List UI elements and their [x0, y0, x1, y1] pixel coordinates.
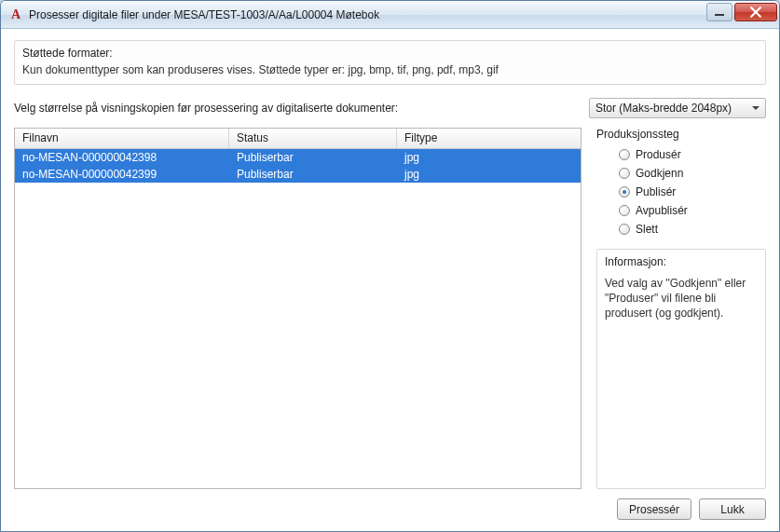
cell-filnavn: no-MESAN-000000042399 — [15, 167, 229, 182]
production-steps-title: Produksjonssteg — [596, 128, 766, 141]
col-filtype-header[interactable]: Filtype — [397, 129, 581, 148]
table-row[interactable]: no-MESAN-000000042399Publiserbarjpg — [15, 166, 581, 183]
radio-label: Produsér — [636, 148, 681, 161]
size-dropdown[interactable]: Stor (Maks-bredde 2048px) — [589, 98, 766, 118]
main-row: Filnavn Status Filtype no-MESAN-00000004… — [14, 128, 766, 489]
col-filnavn-header[interactable]: Filnavn — [15, 129, 229, 148]
close-dialog-button[interactable]: Lukk — [699, 498, 766, 520]
information-box: Informasjon: Ved valg av "Godkjenn" elle… — [596, 249, 766, 489]
radio-item[interactable]: Godkjenn — [619, 167, 766, 180]
production-steps-box: Produksjonssteg ProdusérGodkjennPublisér… — [596, 128, 766, 236]
chevron-down-icon — [752, 106, 759, 110]
window-title: Prosesser digitale filer under MESA/TEST… — [29, 8, 706, 21]
dialog-window: A Prosesser digitale filer under MESA/TE… — [0, 0, 780, 532]
table-row[interactable]: no-MESAN-000000042398Publiserbarjpg — [15, 149, 581, 166]
cell-status: Publiserbar — [229, 150, 397, 165]
radio-label: Godkjenn — [636, 167, 683, 180]
radio-item[interactable]: Produsér — [619, 148, 766, 161]
radio-icon — [619, 186, 630, 198]
size-row: Velg størrelse på visningskopien før pro… — [14, 98, 766, 118]
size-dropdown-value: Stor (Maks-bredde 2048px) — [595, 102, 732, 115]
radio-icon — [619, 224, 630, 235]
close-button[interactable] — [734, 3, 777, 21]
radio-icon — [619, 168, 630, 179]
titlebar[interactable]: A Prosesser digitale filer under MESA/TE… — [1, 1, 779, 29]
minimize-button[interactable] — [706, 3, 732, 21]
client-area: Støttede formater: Kun dokumenttyper som… — [1, 29, 779, 531]
cell-filtype: jpg — [397, 167, 581, 182]
supported-formats-body: Kun dokumenttyper som kan produseres vis… — [22, 63, 758, 76]
radio-icon — [619, 205, 630, 216]
radio-item[interactable]: Avpublisér — [619, 204, 766, 217]
process-button[interactable]: Prosessér — [617, 498, 691, 520]
footer: Prosessér Lukk — [14, 489, 766, 520]
radio-icon — [619, 149, 630, 160]
information-body: Ved valg av "Godkjenn" eller "Produser" … — [605, 276, 758, 321]
radio-label: Slett — [636, 223, 658, 236]
file-table: Filnavn Status Filtype no-MESAN-00000004… — [14, 128, 582, 489]
app-icon: A — [8, 7, 23, 22]
radio-label: Avpublisér — [636, 204, 688, 217]
cell-filtype: jpg — [397, 150, 581, 165]
minimize-icon — [715, 14, 724, 16]
production-steps-radio-group: ProdusérGodkjennPublisérAvpublisérSlett — [596, 148, 766, 236]
size-label: Velg størrelse på visningskopien før pro… — [14, 102, 589, 115]
supported-formats-title: Støttede formater: — [22, 47, 758, 60]
cell-filnavn: no-MESAN-000000042398 — [15, 150, 229, 165]
close-icon — [750, 7, 761, 18]
radio-item[interactable]: Slett — [619, 223, 766, 236]
radio-label: Publisér — [636, 185, 676, 198]
supported-formats-box: Støttede formater: Kun dokumenttyper som… — [14, 40, 766, 85]
cell-status: Publiserbar — [229, 167, 397, 182]
radio-item[interactable]: Publisér — [619, 185, 766, 198]
right-panel: Produksjonssteg ProdusérGodkjennPublisér… — [596, 128, 766, 489]
table-body[interactable]: no-MESAN-000000042398Publiserbarjpgno-ME… — [15, 149, 581, 488]
table-header: Filnavn Status Filtype — [15, 129, 581, 149]
information-title: Informasjon: — [605, 255, 758, 268]
col-status-header[interactable]: Status — [229, 129, 397, 148]
